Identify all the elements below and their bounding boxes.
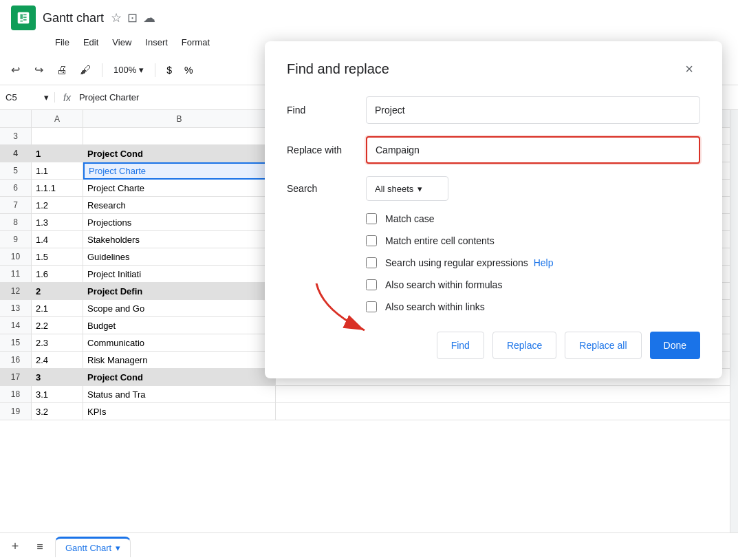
menu-insert[interactable]: Insert [140, 36, 173, 52]
zoom-chevron-icon: ▾ [139, 65, 144, 75]
tab-bar: + ≡ Gantt Chart ▾ [0, 532, 738, 560]
regex-checkbox[interactable] [366, 257, 377, 268]
cell-ref-chevron: ▾ [44, 92, 49, 103]
replace-input[interactable] [366, 136, 700, 164]
zoom-value: 100% [113, 65, 136, 75]
table-row: 19 3.2 KPIs [0, 403, 730, 420]
app-title: Gantt chart [43, 11, 104, 25]
checkbox-row-regex: Search using regular expressions Help [366, 257, 700, 268]
replace-input-wrapper [366, 136, 700, 164]
dialog-actions: Find Replace Replace all Done [287, 332, 700, 359]
title-icons: ☆ ⊡ ☁ [111, 10, 155, 25]
col-header-b: B [83, 110, 276, 127]
search-dropdown[interactable]: All sheets ▾ [366, 176, 448, 201]
regex-help-link[interactable]: Help [534, 257, 554, 268]
match-case-checkbox[interactable] [366, 213, 377, 224]
app-icon [11, 6, 36, 30]
find-field-row: Find [287, 96, 700, 124]
toolbar-divider-2 [155, 63, 155, 77]
paint-format-button[interactable]: 🖌 [76, 61, 95, 80]
replace-label: Replace with [287, 144, 366, 155]
replace-button[interactable]: Replace [492, 332, 556, 359]
zoom-selector[interactable]: 100% ▾ [109, 63, 148, 76]
table-row: 18 3.1 Status and Tra [0, 386, 730, 403]
find-label: Find [287, 105, 366, 116]
replace-all-button[interactable]: Replace all [565, 332, 641, 359]
match-entire-checkbox[interactable] [366, 235, 377, 246]
checkbox-row-formulas: Also search within formulas [366, 279, 700, 290]
menu-format[interactable]: Format [176, 36, 215, 52]
search-label: Search [287, 183, 366, 194]
checkbox-row-match-entire: Match entire cell contents [366, 235, 700, 246]
regex-label: Search using regular expressions Help [385, 257, 553, 268]
header-corner [0, 110, 32, 127]
vertical-scrollbar[interactable] [730, 110, 738, 532]
cloud-icon[interactable]: ☁ [143, 10, 155, 25]
links-label: Also search within links [385, 301, 485, 312]
done-button[interactable]: Done [650, 332, 700, 359]
add-sheet-button[interactable]: + [6, 537, 25, 557]
search-dropdown-chevron-icon: ▾ [417, 184, 422, 194]
currency-button[interactable]: $ [162, 65, 176, 76]
formulas-checkbox[interactable] [366, 279, 377, 290]
match-case-label: Match case [385, 213, 435, 224]
menu-view[interactable]: View [107, 36, 137, 52]
dialog-header: Find and replace × [287, 58, 700, 80]
find-button[interactable]: Find [437, 332, 484, 359]
star-icon[interactable]: ☆ [111, 10, 122, 25]
cell-reference[interactable]: C5 ▾ [0, 92, 55, 103]
match-entire-label: Match entire cell contents [385, 235, 495, 246]
print-button[interactable]: 🖨 [52, 61, 72, 80]
percent-button[interactable]: % [180, 65, 197, 76]
links-checkbox[interactable] [366, 301, 377, 312]
formula-value: Project Charter [79, 92, 139, 103]
undo-button[interactable]: ↩ [6, 61, 25, 80]
find-input[interactable] [366, 96, 700, 124]
replace-field-row: Replace with [287, 136, 700, 164]
sheet-tab-label: Gantt Chart [65, 543, 111, 553]
search-field-row: Search All sheets ▾ [287, 176, 700, 201]
sheet-list-button[interactable]: ≡ [30, 537, 50, 557]
checkbox-group: Match case Match entire cell contents Se… [287, 213, 700, 312]
checkbox-row-links: Also search within links [366, 301, 700, 312]
toolbar-divider-1 [102, 63, 102, 77]
col-header-a: A [32, 110, 83, 127]
menu-file[interactable]: File [50, 36, 75, 52]
find-replace-dialog: Find and replace × Find Replace with Sea… [265, 41, 722, 378]
dialog-title: Find and replace [287, 61, 389, 77]
search-dropdown-value: All sheets [375, 184, 413, 194]
formulas-label: Also search within formulas [385, 279, 502, 290]
fx-label: fx [55, 92, 79, 103]
sheet-tab-chevron: ▾ [116, 543, 120, 553]
checkbox-row-match-case: Match case [366, 213, 700, 224]
title-bar: Gantt chart ☆ ⊡ ☁ [0, 0, 738, 36]
sheet-tab-gantt-chart[interactable]: Gantt Chart ▾ [55, 537, 131, 557]
redo-button[interactable]: ↪ [29, 61, 48, 80]
folder-icon[interactable]: ⊡ [127, 10, 138, 25]
menu-edit[interactable]: Edit [78, 36, 104, 52]
dialog-close-button[interactable]: × [678, 58, 700, 80]
